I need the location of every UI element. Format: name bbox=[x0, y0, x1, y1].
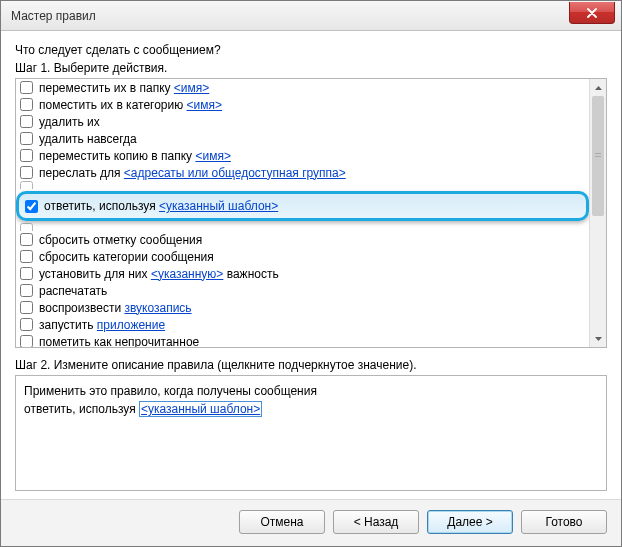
action-checkbox[interactable] bbox=[20, 223, 33, 231]
action-row[interactable]: сбросить отметку сообщения bbox=[16, 231, 589, 248]
action-text: запустить приложение bbox=[39, 318, 165, 332]
action-text: поместить их в категорию <имя> bbox=[39, 98, 222, 112]
action-link[interactable]: <указанную> bbox=[151, 267, 224, 281]
scroll-up-button[interactable] bbox=[590, 79, 606, 96]
rules-wizard-window: Мастер правил Что следует сделать с сооб… bbox=[0, 0, 622, 547]
action-link[interactable]: <указанный шаблон> bbox=[159, 199, 278, 213]
description-line2-text: ответить, используя bbox=[24, 402, 139, 416]
action-checkbox[interactable] bbox=[20, 81, 33, 94]
action-checkbox[interactable] bbox=[20, 166, 33, 179]
finish-button[interactable]: Готово bbox=[521, 510, 607, 534]
action-text: пометить как непрочитанное bbox=[39, 335, 199, 348]
action-text: распечатать bbox=[39, 284, 107, 298]
action-link[interactable]: звукозапись bbox=[124, 301, 191, 315]
actions-scroll: переместить их в папку <имя>поместить их… bbox=[16, 79, 589, 347]
action-row[interactable]: сбросить категории сообщения bbox=[16, 248, 589, 265]
action-row[interactable]: распечатать bbox=[16, 282, 589, 299]
action-link[interactable]: <имя> bbox=[195, 149, 230, 163]
action-checkbox[interactable] bbox=[20, 284, 33, 297]
action-link[interactable]: <имя> bbox=[187, 98, 222, 112]
action-row[interactable]: удалить их bbox=[16, 113, 589, 130]
close-button[interactable] bbox=[569, 2, 615, 24]
description-line1: Применить это правило, когда получены со… bbox=[24, 382, 598, 400]
action-row-partial: … bbox=[16, 223, 589, 231]
action-text: переместить копию в папку <имя> bbox=[39, 149, 231, 163]
step1-label: Шаг 1. Выберите действия. bbox=[15, 61, 607, 75]
action-checkbox[interactable] bbox=[20, 301, 33, 314]
action-checkbox[interactable] bbox=[20, 233, 33, 246]
step2-label: Шаг 2. Измените описание правила (щелкни… bbox=[15, 358, 607, 372]
action-checkbox[interactable] bbox=[20, 132, 33, 145]
content-area: Что следует сделать с сообщением? Шаг 1.… bbox=[1, 31, 621, 499]
action-text: удалить навсегда bbox=[39, 132, 137, 146]
chevron-up-icon bbox=[595, 86, 602, 90]
action-row[interactable]: переместить их в папку <имя> bbox=[16, 79, 589, 96]
action-row[interactable]: переслать для <адресаты или общедоступна… bbox=[16, 164, 589, 181]
actions-listbox: переместить их в папку <имя>поместить их… bbox=[15, 78, 607, 348]
action-checkbox[interactable] bbox=[20, 250, 33, 263]
titlebar: Мастер правил bbox=[1, 1, 621, 31]
chevron-down-icon bbox=[595, 337, 602, 341]
action-checkbox[interactable] bbox=[20, 335, 33, 347]
action-checkbox[interactable] bbox=[20, 318, 33, 331]
action-row-highlighted[interactable]: ответить, используя <указанный шаблон> bbox=[16, 191, 589, 221]
action-row[interactable]: поместить их в категорию <имя> bbox=[16, 96, 589, 113]
description-box: Применить это правило, когда получены со… bbox=[15, 375, 607, 491]
action-row-partial: … bbox=[16, 181, 589, 189]
action-checkbox[interactable] bbox=[20, 115, 33, 128]
cancel-button[interactable]: Отмена bbox=[239, 510, 325, 534]
action-checkbox[interactable] bbox=[20, 98, 33, 111]
action-link[interactable]: <адресаты или общедоступная группа> bbox=[124, 166, 346, 180]
action-text: установить для них <указанную> важность bbox=[39, 267, 279, 281]
action-text: переместить их в папку <имя> bbox=[39, 81, 209, 95]
action-checkbox[interactable] bbox=[20, 149, 33, 162]
action-checkbox[interactable] bbox=[25, 200, 38, 213]
scroll-track[interactable] bbox=[590, 96, 606, 330]
action-checkbox[interactable] bbox=[20, 181, 33, 189]
action-text: воспроизвести звукозапись bbox=[39, 301, 192, 315]
action-row[interactable]: переместить копию в папку <имя> bbox=[16, 147, 589, 164]
close-icon bbox=[587, 8, 597, 18]
action-text: сбросить категории сообщения bbox=[39, 250, 214, 264]
action-checkbox[interactable] bbox=[20, 267, 33, 280]
action-row[interactable]: пометить как непрочитанное bbox=[16, 333, 589, 347]
back-button[interactable]: < Назад bbox=[333, 510, 419, 534]
window-title: Мастер правил bbox=[11, 9, 96, 23]
action-row[interactable]: удалить навсегда bbox=[16, 130, 589, 147]
scroll-thumb[interactable] bbox=[592, 96, 604, 216]
action-row[interactable]: установить для них <указанную> важность bbox=[16, 265, 589, 282]
action-text: удалить их bbox=[39, 115, 100, 129]
button-bar: Отмена < Назад Далее > Готово bbox=[1, 499, 621, 546]
action-row[interactable]: воспроизвести звукозапись bbox=[16, 299, 589, 316]
scroll-down-button[interactable] bbox=[590, 330, 606, 347]
template-link[interactable]: <указанный шаблон> bbox=[139, 401, 262, 417]
action-link[interactable]: <имя> bbox=[174, 81, 209, 95]
description-line2: ответить, используя <указанный шаблон> bbox=[24, 400, 598, 418]
action-row[interactable]: запустить приложение bbox=[16, 316, 589, 333]
action-text: сбросить отметку сообщения bbox=[39, 233, 202, 247]
action-link[interactable]: приложение bbox=[97, 318, 165, 332]
step1-question: Что следует сделать с сообщением? bbox=[15, 43, 607, 57]
action-text: переслать для <адресаты или общедоступна… bbox=[39, 166, 346, 180]
vertical-scrollbar[interactable] bbox=[589, 79, 606, 347]
action-row[interactable]: ответить, используя <указанный шаблон> bbox=[21, 196, 584, 216]
next-button[interactable]: Далее > bbox=[427, 510, 513, 534]
action-text: ответить, используя <указанный шаблон> bbox=[44, 199, 278, 213]
